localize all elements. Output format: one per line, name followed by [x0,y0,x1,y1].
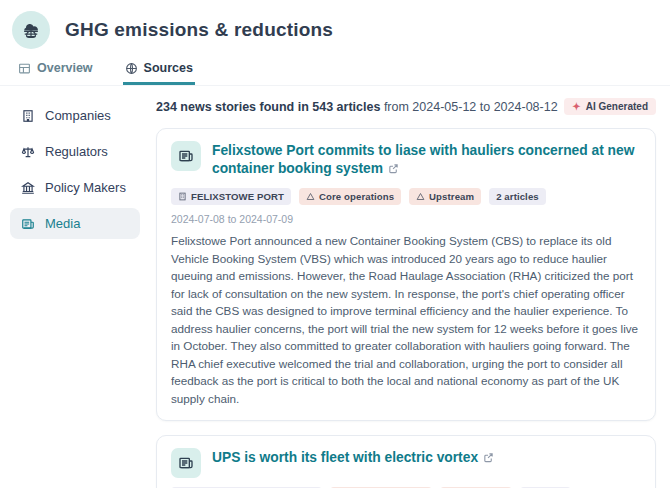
newspaper-icon [171,448,201,478]
external-link-icon [483,452,494,463]
ai-generated-label: AI Generated [586,101,648,112]
triangle-icon [416,192,425,201]
sidebar-item-label: Companies [45,108,111,123]
newspaper-icon [21,217,35,231]
sidebar: Companies Regulators Policy Makers [0,86,148,244]
results-summary: 234 news stories found in 543 articles f… [156,100,558,114]
scales-icon [21,145,35,159]
sidebar-item-regulators[interactable]: Regulators [10,136,140,167]
page-title: GHG emissions & reductions [65,19,333,41]
building-icon [178,192,187,201]
tab-sources[interactable]: Sources [123,56,195,85]
external-link-icon [388,163,399,174]
sidebar-item-policy-makers[interactable]: Policy Makers [10,172,140,203]
news-story-card: Felixstowe Port commits to liase with ha… [156,128,656,421]
story-title-link[interactable]: UPS is worth its fleet with electric vor… [212,448,494,467]
sparkle-icon: ✦ [572,102,580,112]
news-story-card: UPS is worth its fleet with electric vor… [156,435,656,488]
triangle-icon [306,192,315,201]
tab-overview-label: Overview [37,61,93,75]
tag-badge-core-operations[interactable]: Core operations [299,188,401,205]
tab-bar: Overview Sources [0,56,670,86]
story-badges: FELIXSTOWE PORT Core operations Upstream… [171,188,641,225]
ai-generated-badge: ✦ AI Generated [564,98,656,115]
story-summary-text: Felixstowe Port announced a new Containe… [171,232,641,407]
tag-badge-upstream[interactable]: Upstream [409,188,481,205]
results-summary-row: 234 news stories found in 543 articles f… [156,98,656,115]
sidebar-item-label: Media [45,216,80,231]
building-icon [21,109,35,123]
tab-sources-label: Sources [144,61,193,75]
ghg-cloud-globe-icon [12,11,50,49]
results-range: from 2024-05-12 to 2024-08-12 [380,100,557,114]
sidebar-item-media[interactable]: Media [10,208,140,239]
story-date: 2024-07-08 to 2024-07-09 [171,213,293,225]
app-header: GHG emissions & reductions [0,0,670,56]
company-badge[interactable]: FELIXSTOWE PORT [171,188,291,205]
bank-icon [21,181,35,195]
sidebar-item-label: Regulators [45,144,108,159]
sidebar-item-label: Policy Makers [45,180,126,195]
tab-overview[interactable]: Overview [16,56,95,85]
grid-icon [18,62,31,75]
main-content: 234 news stories found in 543 articles f… [148,86,670,488]
sidebar-item-companies[interactable]: Companies [10,100,140,131]
article-count-badge[interactable]: 2 articles [489,188,546,205]
globe-icon [125,62,138,75]
results-count: 234 news stories found in 543 articles [156,100,380,114]
story-title-link[interactable]: Felixstowe Port commits to liase with ha… [212,141,641,179]
newspaper-icon [171,141,201,171]
